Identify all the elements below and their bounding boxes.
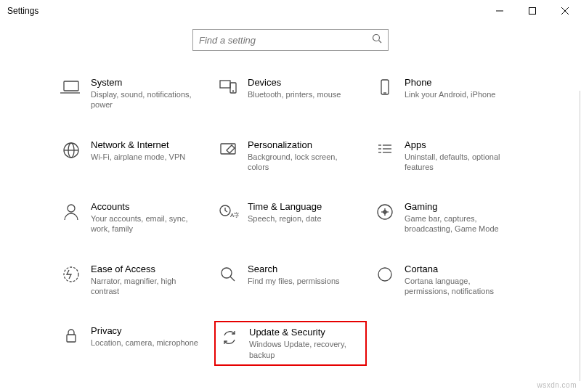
category-text: Network & InternetWi-Fi, airplane mode, … — [91, 139, 185, 162]
category-desc: Cortana language, permissions, notificat… — [405, 276, 513, 297]
svg-line-5 — [379, 41, 382, 44]
category-desc: Speech, region, date — [248, 213, 322, 224]
ease-icon — [60, 264, 82, 285]
category-title: Network & Internet — [91, 139, 185, 150]
category-text: SearchFind my files, permissions — [248, 264, 340, 286]
gaming-icon — [374, 201, 396, 223]
category-desc: Bluetooth, printers, mouse — [248, 89, 341, 99]
category-title: Search — [248, 264, 340, 274]
update-icon — [219, 327, 240, 348]
category-title: Cortana — [405, 264, 513, 274]
category-text: Time & LanguageSpeech, region, date — [248, 201, 322, 224]
brush-icon — [217, 139, 239, 161]
search-cat-icon — [217, 264, 239, 285]
category-text: PersonalizationBackground, lock screen, … — [248, 139, 357, 173]
category-title: Ease of Access — [91, 264, 200, 274]
settings-grid: SystemDisplay, sound, notifications, pow… — [50, 73, 531, 366]
category-desc: Location, camera, microphone — [91, 338, 198, 348]
category-privacy[interactable]: PrivacyLocation, camera, microphone — [57, 321, 210, 366]
category-text: AppsUninstall, defaults, optional featur… — [405, 139, 513, 173]
category-text: Update & SecurityWindows Update, recover… — [249, 327, 358, 360]
category-text: SystemDisplay, sound, notifications, pow… — [91, 77, 200, 110]
category-cortana[interactable]: CortanaCortana language, permissions, no… — [371, 259, 524, 301]
category-title: Privacy — [91, 325, 198, 336]
scrollbar[interactable] — [580, 91, 580, 381]
category-title: Personalization — [248, 139, 357, 150]
phone-icon — [374, 77, 396, 99]
category-desc: Narrator, magnifier, high contrast — [91, 276, 200, 297]
category-desc: Your accounts, email, sync, work, family — [91, 213, 200, 234]
category-devices[interactable]: DevicesBluetooth, printers, mouse — [214, 73, 367, 115]
apps-icon — [374, 139, 396, 161]
category-title: Devices — [248, 77, 341, 88]
watermark: wsxdn.com — [537, 381, 577, 389]
category-desc: Find my files, permissions — [248, 276, 340, 286]
category-title: Accounts — [91, 201, 200, 212]
category-text: PhoneLink your Android, iPhone — [405, 77, 495, 99]
category-title: System — [91, 77, 200, 88]
category-ease-of-access[interactable]: Ease of AccessNarrator, magnifier, high … — [57, 259, 210, 301]
category-gaming[interactable]: GamingGame bar, captures, broadcasting, … — [371, 197, 524, 239]
category-text: Ease of AccessNarrator, magnifier, high … — [91, 264, 200, 297]
window-title: Settings — [7, 6, 38, 16]
maximize-button[interactable] — [516, 0, 548, 22]
category-desc: Display, sound, notifications, power — [91, 89, 200, 110]
category-desc: Windows Update, recovery, backup — [249, 339, 358, 360]
search-input[interactable] — [199, 35, 372, 46]
category-text: CortanaCortana language, permissions, no… — [405, 264, 513, 297]
category-accounts[interactable]: AccountsYour accounts, email, sync, work… — [57, 197, 210, 239]
svg-rect-1 — [529, 8, 535, 15]
category-text: AccountsYour accounts, email, sync, work… — [91, 201, 200, 234]
category-phone[interactable]: PhoneLink your Android, iPhone — [371, 73, 524, 115]
category-desc: Link your Android, iPhone — [405, 89, 495, 99]
person-icon — [60, 201, 82, 223]
category-text: DevicesBluetooth, printers, mouse — [248, 77, 341, 99]
category-desc: Uninstall, defaults, optional features — [405, 152, 513, 173]
category-personalization[interactable]: PersonalizationBackground, lock screen, … — [214, 135, 367, 177]
category-search[interactable]: SearchFind my files, permissions — [214, 259, 367, 301]
titlebar: Settings — [0, 0, 581, 22]
minimize-icon — [496, 7, 503, 15]
category-system[interactable]: SystemDisplay, sound, notifications, pow… — [57, 73, 210, 115]
lock-icon — [60, 325, 82, 347]
laptop-icon — [60, 77, 82, 99]
minimize-button[interactable] — [483, 0, 516, 22]
close-icon — [561, 7, 569, 15]
category-title: Apps — [405, 139, 513, 150]
search-box[interactable] — [192, 29, 389, 51]
category-title: Update & Security — [249, 327, 358, 338]
globe-icon — [60, 139, 82, 161]
category-time-language[interactable]: Time & LanguageSpeech, region, date — [214, 197, 367, 239]
category-apps[interactable]: AppsUninstall, defaults, optional featur… — [371, 135, 524, 177]
maximize-icon — [529, 7, 536, 15]
category-title: Phone — [405, 77, 495, 88]
category-text: GamingGame bar, captures, broadcasting, … — [405, 201, 513, 234]
cortana-icon — [374, 264, 396, 285]
close-button[interactable] — [548, 0, 581, 22]
category-title: Gaming — [405, 201, 513, 212]
devices-icon — [217, 77, 239, 99]
content-area: SystemDisplay, sound, notifications, pow… — [0, 22, 581, 366]
category-desc: Wi-Fi, airplane mode, VPN — [91, 152, 185, 162]
category-desc: Background, lock screen, colors — [248, 152, 357, 173]
search-icon — [372, 33, 382, 46]
category-update-security[interactable]: Update & SecurityWindows Update, recover… — [214, 321, 367, 366]
time-lang-icon — [217, 201, 239, 223]
category-network-internet[interactable]: Network & InternetWi-Fi, airplane mode, … — [57, 135, 210, 177]
svg-point-4 — [373, 35, 380, 41]
category-desc: Game bar, captures, broadcasting, Game M… — [405, 213, 513, 234]
category-title: Time & Language — [248, 201, 322, 212]
search-container — [0, 29, 581, 51]
category-text: PrivacyLocation, camera, microphone — [91, 325, 198, 348]
